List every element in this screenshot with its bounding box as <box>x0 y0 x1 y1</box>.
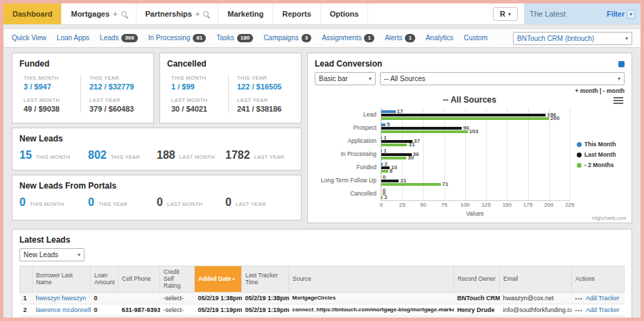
x-tick-label: 200 <box>542 202 556 208</box>
user-menu-button[interactable]: R ▾ <box>493 7 518 21</box>
bar-line: 103 <box>381 130 570 133</box>
subnav-item-custom[interactable]: Custom <box>464 34 487 42</box>
chart-type-select[interactable]: Basic bar ▾ <box>315 72 376 85</box>
bar-group-long-term-follow-up: 02171 <box>381 174 570 187</box>
crm-select[interactable]: BNTouch CRM (bntouch) ▾ <box>513 32 632 45</box>
count-badge: 366 <box>121 34 137 42</box>
crm-select-value: BNTouch CRM (bntouch) <box>517 35 594 42</box>
cell-phone-cell: 631-987-9393 <box>119 304 160 315</box>
lead-conversion-header: Lead Conversion <box>315 59 625 69</box>
chart-menu-icon[interactable] <box>613 96 623 105</box>
add-tracker-link[interactable]: Add Tracker <box>586 295 620 302</box>
stat-value: 802 <box>88 149 107 162</box>
table-header-row: Borrower Last Name Loan Amount Cell Phon… <box>20 266 625 293</box>
chart-category-lead: Lead <box>315 108 381 121</box>
bar-this-month <box>381 163 383 166</box>
borrower-name-link[interactable]: freadivn freadivn <box>36 318 82 321</box>
subnav-item-assignments[interactable]: Assignments1 <box>322 34 374 42</box>
credit-rating-cell[interactable]: -select- <box>160 315 195 321</box>
dashboard-subnav: Quick ViewLoan AppsLeads366In Processing… <box>3 28 641 48</box>
bar-group-prospect: 596103 <box>381 121 570 135</box>
subnav-item-alerts[interactable]: Alerts1 <box>385 34 415 42</box>
leads-filter-select[interactable]: New Leads ▾ <box>19 248 85 261</box>
source-select[interactable]: -- All Sources ▾ <box>380 72 625 85</box>
funded-cancelled-row: Funded THIS MONTH 3 / $947 LAST MONTH 49… <box>12 53 302 123</box>
tab-label: Mortgages <box>71 10 110 18</box>
tab-label: Dashboard <box>12 10 52 18</box>
borrower-name-link[interactable]: hweszyn hweszyn <box>36 295 87 302</box>
main-tab-mortgages[interactable]: Mortgages+ <box>62 3 136 24</box>
subnav-item-campaigns[interactable]: Campaigns3 <box>263 34 311 42</box>
bar-2-months <box>381 183 441 186</box>
stat-value: 49 / $9038 <box>24 105 80 113</box>
col-last-tracker-time[interactable]: Last Tracker Time <box>242 266 289 293</box>
subnav-item-tasks[interactable]: Tasks180 <box>216 34 253 42</box>
expand-icon[interactable] <box>618 61 625 67</box>
col-cell-phone[interactable]: Cell Phone <box>119 266 160 293</box>
dashboard-content: Funded THIS MONTH 3 / $947 LAST MONTH 49… <box>3 48 641 321</box>
col-added-date[interactable]: Added Date▾ <box>195 266 242 293</box>
borrower-name-link[interactable]: lawrence mcdonnell <box>36 306 91 313</box>
col-record-owner[interactable]: Record Owner <box>454 266 500 293</box>
latest-leads-title: Latest Leads <box>19 235 625 245</box>
new-leads-title: New Leads <box>19 134 294 144</box>
chevron-down-icon: ▾ <box>625 35 628 42</box>
added-date-cell: 05/2/19 1:38pm <box>195 292 242 304</box>
search-icon[interactable] <box>203 11 209 17</box>
bar-value-label: 30 <box>408 155 414 161</box>
filter-button[interactable]: Filter <box>607 10 625 18</box>
subnav-item-leads[interactable]: Leads366 <box>100 34 138 42</box>
credit-rating-cell[interactable]: -select- <box>160 292 195 304</box>
more-actions-button[interactable]: ••• <box>575 319 583 321</box>
main-tab-reports[interactable]: Reports <box>273 3 321 24</box>
legend-item-2-months[interactable]: - 2 Months <box>577 162 616 168</box>
chart-body: LeadProspectApplicationIn ProcessingFund… <box>315 108 625 201</box>
last-tracker-cell: 05/2/19 1:19pm <box>242 304 289 315</box>
chart-category-application: Application <box>315 135 381 148</box>
bar-value-label: 2 <box>384 195 387 200</box>
count-badge: 1 <box>405 34 415 42</box>
subnav-item-quick-view[interactable]: Quick View <box>12 34 46 42</box>
subnav-item-in-processing[interactable]: In Processing81 <box>148 34 207 42</box>
legend-item-this-month[interactable]: This Month <box>577 141 616 148</box>
col-email[interactable]: Email <box>500 266 572 293</box>
row-number: 1 <box>20 292 33 304</box>
subnav-item-label: Loan Apps <box>57 34 89 42</box>
search-icon[interactable] <box>121 11 127 17</box>
add-tracker-link[interactable]: Add Tracker <box>586 306 620 313</box>
stat: 15 THIS MONTH <box>19 149 88 162</box>
source-cell: MortgageCircles <box>289 315 454 321</box>
highcharts-credit[interactable]: Highcharts.com <box>592 216 626 220</box>
lead-conversion-panel: Lead Conversion Basic bar ▾ -- All Sourc… <box>307 53 632 223</box>
loan-amount-cell: 0 <box>91 304 119 315</box>
subnav-item-analytics[interactable]: Analytics <box>426 34 453 42</box>
main-tab-options[interactable]: Options <box>321 3 369 24</box>
subnav-item-label: Leads <box>100 34 119 42</box>
main-tab-partnerships[interactable]: Partnerships+ <box>137 3 219 24</box>
col-credit-self-rating[interactable]: Credit Self Rating <box>160 266 195 293</box>
portals-title: New Leads From Portals <box>19 181 294 191</box>
stat-label: LAST MONTH <box>180 154 215 160</box>
col-source[interactable]: Source <box>289 266 454 293</box>
col-loan-amount[interactable]: Loan Amount <box>91 266 119 293</box>
stat-value: 0 <box>157 196 163 209</box>
more-actions-button[interactable]: ••• <box>575 307 583 313</box>
source-cell: MortgageCircles <box>289 292 454 304</box>
row-number: 3 <box>20 315 33 321</box>
add-icon[interactable]: + <box>113 10 117 18</box>
credit-rating-cell[interactable]: -select- <box>160 304 195 315</box>
main-tab-marketing[interactable]: Marketing <box>218 3 273 24</box>
subnav-item-label: Quick View <box>12 34 46 42</box>
month-range-controls[interactable]: + month | - month <box>315 87 625 94</box>
bar-line: 196 <box>381 113 570 116</box>
subnav-item-loan-apps[interactable]: Loan Apps <box>57 34 89 42</box>
actions-cell: •••Add Tracker <box>572 304 625 315</box>
col-borrower-last-name[interactable]: Borrower Last Name <box>33 266 91 293</box>
more-actions-button[interactable]: ••• <box>575 295 583 302</box>
legend-item-last-month[interactable]: Last Month <box>577 151 616 158</box>
add-icon[interactable]: + <box>195 10 200 18</box>
filter-caret-icon[interactable]: ▾ <box>627 10 635 19</box>
stat-value: 188 <box>157 149 175 162</box>
main-tab-dashboard[interactable]: Dashboard <box>3 3 62 24</box>
add-tracker-link[interactable]: Add Tracker <box>586 318 620 321</box>
